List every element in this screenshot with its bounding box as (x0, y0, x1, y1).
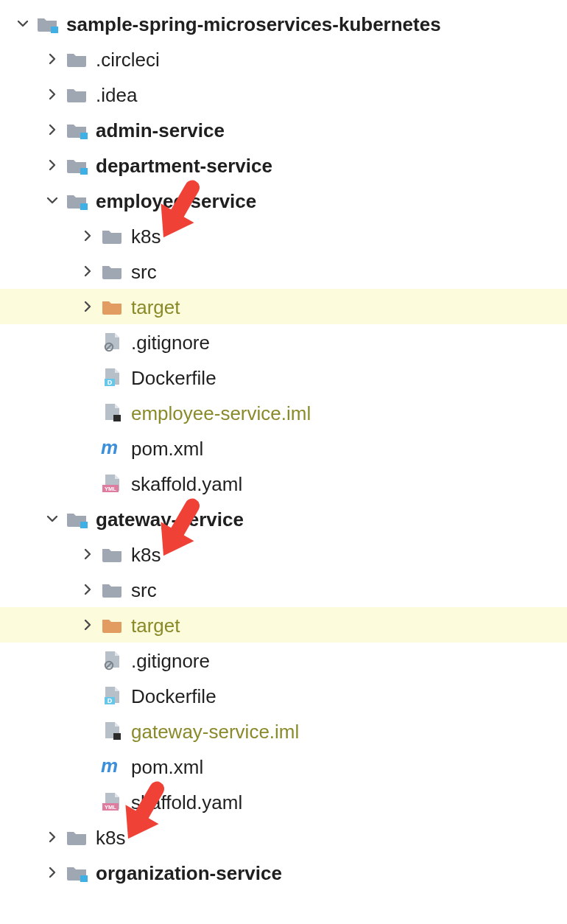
svg-rect-1 (80, 133, 88, 139)
chevron-right-icon[interactable] (41, 159, 63, 171)
chevron-right-icon[interactable] (77, 301, 99, 312)
tree-row[interactable]: .gitignore (0, 643, 567, 678)
project-tree: sample-spring-microservices-kubernetes.c… (0, 0, 567, 896)
tree-item-label: pom.xml (131, 430, 203, 466)
svg-rect-21 (80, 875, 88, 882)
tree-row[interactable]: target (0, 289, 567, 324)
tree-item-label: src (131, 572, 157, 608)
chevron-right-icon[interactable] (41, 124, 63, 136)
file-iml-icon (99, 721, 125, 741)
tree-item-label: skaffold.yaml (131, 784, 242, 820)
tree-item-label: gateway-service.iml (131, 713, 299, 749)
file-ignore-icon (99, 650, 125, 671)
tree-item-label: skaffold.yaml (131, 466, 242, 502)
file-d-icon: D (99, 685, 125, 706)
svg-rect-0 (51, 27, 58, 33)
file-yml-icon: YML (99, 791, 125, 812)
svg-text:m: m (101, 756, 118, 777)
folder-icon (99, 545, 125, 564)
tree-item-label: target (131, 289, 180, 325)
chevron-right-icon[interactable] (41, 867, 63, 878)
folder-icon (63, 49, 90, 69)
tree-row[interactable]: organization-service (0, 855, 567, 890)
module-folder-icon (63, 155, 90, 175)
tree-row[interactable]: src (0, 572, 567, 607)
folder-icon (99, 262, 125, 281)
chevron-right-icon[interactable] (77, 265, 99, 277)
folder-orange-icon (99, 615, 125, 634)
svg-rect-8 (113, 415, 121, 421)
svg-rect-12 (80, 522, 88, 528)
file-ignore-icon (99, 332, 125, 352)
tree-item-label: .gitignore (131, 643, 210, 679)
tree-row[interactable]: employee-service.iml (0, 395, 567, 430)
tree-row[interactable]: target (0, 607, 567, 643)
tree-item-label: k8s (131, 536, 161, 573)
tree-row[interactable]: src (0, 253, 567, 289)
tree-row[interactable]: k8s (0, 819, 567, 855)
chevron-right-icon[interactable] (77, 619, 99, 631)
tree-item-label: Dockerfile (131, 678, 216, 714)
chevron-right-icon[interactable] (41, 53, 63, 65)
tree-row[interactable]: mpom.xml (0, 430, 567, 466)
tree-item-label: sample-spring-microservices-kubernetes (66, 6, 441, 42)
tree-item-label: k8s (131, 218, 161, 254)
file-iml-icon (99, 402, 125, 423)
module-folder-icon (34, 14, 60, 33)
folder-icon (99, 580, 125, 599)
tree-item-label: Dockerfile (131, 360, 216, 396)
tree-row[interactable]: employee-service (0, 183, 567, 218)
file-d-icon: D (99, 367, 125, 388)
svg-rect-2 (80, 168, 88, 175)
module-folder-icon (63, 863, 90, 882)
tree-row[interactable]: mpom.xml (0, 749, 567, 784)
chevron-right-icon[interactable] (77, 584, 99, 595)
svg-rect-17 (113, 733, 121, 740)
svg-text:YML: YML (105, 486, 116, 492)
tree-row[interactable]: .idea (0, 77, 567, 112)
tree-item-label: k8s (96, 819, 125, 855)
file-yml-icon: YML (99, 473, 125, 494)
maven-icon: m (99, 438, 125, 458)
svg-text:D: D (108, 379, 113, 386)
chevron-down-icon[interactable] (41, 513, 63, 525)
tree-row[interactable]: .gitignore (0, 324, 567, 360)
tree-row[interactable]: YMLskaffold.yaml (0, 466, 567, 501)
tree-row[interactable]: YMLskaffold.yaml (0, 784, 567, 819)
tree-item-label: department-service (96, 147, 272, 183)
svg-text:YML: YML (105, 804, 116, 811)
svg-rect-3 (80, 203, 88, 210)
chevron-right-icon[interactable] (77, 548, 99, 560)
chevron-right-icon[interactable] (41, 88, 63, 100)
folder-orange-icon (99, 297, 125, 316)
chevron-right-icon[interactable] (77, 230, 99, 242)
folder-icon (63, 85, 90, 104)
tree-row[interactable]: DDockerfile (0, 360, 567, 395)
tree-row[interactable]: department-service (0, 147, 567, 183)
tree-item-label: target (131, 607, 180, 643)
tree-row[interactable]: k8s (0, 218, 567, 253)
svg-text:D: D (108, 697, 113, 704)
chevron-down-icon[interactable] (41, 195, 63, 206)
tree-row[interactable]: sample-spring-microservices-kubernetes (0, 6, 567, 41)
tree-item-label: src (131, 253, 157, 290)
tree-row[interactable]: admin-service (0, 112, 567, 147)
tree-row[interactable]: DDockerfile (0, 678, 567, 713)
tree-item-label: employee-service.iml (131, 395, 311, 431)
tree-row[interactable]: gateway-service.iml (0, 713, 567, 749)
tree-row[interactable]: gateway-service (0, 501, 567, 536)
tree-item-label: .circleci (96, 41, 160, 77)
tree-item-label: .gitignore (131, 324, 210, 360)
module-folder-icon (63, 509, 90, 528)
svg-text:m: m (101, 438, 118, 458)
module-folder-icon (63, 120, 90, 139)
folder-icon (99, 226, 125, 245)
tree-row[interactable]: .circleci (0, 41, 567, 77)
tree-row[interactable]: k8s (0, 536, 567, 572)
folder-icon (63, 827, 90, 847)
tree-item-label: admin-service (96, 112, 225, 148)
chevron-right-icon[interactable] (41, 831, 63, 843)
chevron-down-icon[interactable] (12, 18, 34, 29)
module-folder-icon (63, 191, 90, 210)
maven-icon: m (99, 756, 125, 777)
